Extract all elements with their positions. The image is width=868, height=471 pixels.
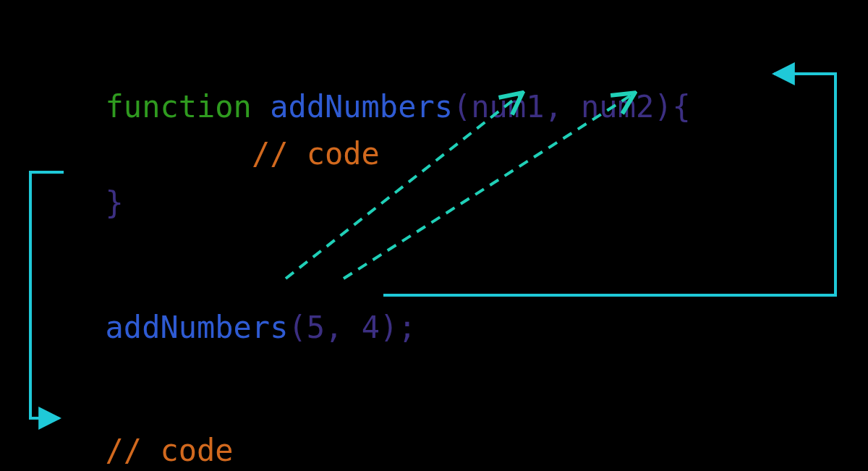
token-call-open: (: [288, 310, 306, 345]
token-call-name: addNumbers: [106, 310, 289, 345]
token-arg-2: 4: [362, 310, 380, 345]
token-arg-1: 5: [307, 310, 325, 345]
token-indent: [106, 136, 252, 171]
token-open-brace: {: [673, 89, 691, 124]
token-call-close: ): [380, 310, 398, 345]
token-comma-1: ,: [544, 89, 581, 124]
code-line-5: addNumbers(5, 4);: [69, 282, 417, 343]
token-param-1: num1: [471, 89, 544, 124]
token-comma-2: ,: [325, 310, 362, 345]
code-line-3: }: [69, 158, 124, 218]
token-semi: ;: [398, 310, 416, 345]
token-close-brace: }: [106, 185, 124, 221]
code-line-7: // code: [69, 405, 234, 466]
token-close-paren: ): [654, 89, 672, 124]
arrow-return-to-code: [30, 172, 64, 418]
token-comment-1: // code: [252, 136, 380, 171]
token-open-paren: (: [453, 89, 471, 124]
token-comment-2: // code: [106, 433, 234, 468]
token-param-2: num2: [581, 89, 654, 124]
